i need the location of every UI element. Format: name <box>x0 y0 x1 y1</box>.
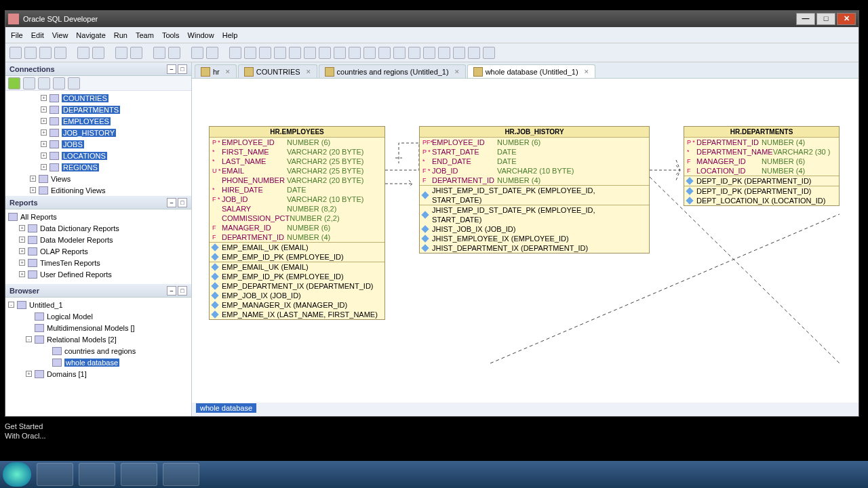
expand-icon[interactable]: + <box>19 271 25 277</box>
tree-item[interactable]: Editioning Views <box>51 186 106 195</box>
toolbar-button[interactable] <box>319 47 331 59</box>
browser-tree[interactable]: -Untitled_1Logical ModelMultidimensional… <box>5 298 191 416</box>
expand-icon[interactable]: + <box>41 95 47 101</box>
tree-table-employees[interactable]: EMPLOYEES <box>62 117 111 125</box>
expand-icon[interactable]: + <box>19 237 25 243</box>
tree-item[interactable]: countries and regions <box>64 347 136 355</box>
toolbar-button[interactable] <box>349 47 361 59</box>
toolbar-button[interactable] <box>468 47 480 59</box>
toolbar-button[interactable] <box>334 47 346 59</box>
menu-help[interactable]: Help <box>222 31 238 39</box>
menu-view[interactable]: View <box>52 31 68 39</box>
tree-item[interactable]: Data Modeler Reports <box>40 236 113 244</box>
panel-min-icon[interactable]: – <box>167 198 176 207</box>
toolbar-button[interactable] <box>115 47 127 59</box>
taskbar-chrome[interactable] <box>37 463 73 486</box>
diagram-bottom-tab[interactable]: whole database <box>192 403 859 416</box>
toolbar-button[interactable] <box>38 77 50 89</box>
close-tab-icon[interactable]: ✕ <box>584 68 589 75</box>
toolbar-button[interactable] <box>206 47 218 59</box>
close-tab-icon[interactable]: ✕ <box>225 68 231 75</box>
panel-min-icon[interactable]: – <box>167 286 176 296</box>
maximize-button[interactable]: □ <box>816 13 835 25</box>
tree-item[interactable]: Relational Models [2] <box>47 336 117 344</box>
windows-taskbar[interactable] <box>0 461 868 488</box>
menu-edit[interactable]: Edit <box>31 31 44 39</box>
tree-table-departments[interactable]: DEPARTMENTS <box>62 106 120 114</box>
menu-file[interactable]: File <box>11 31 23 39</box>
toolbar-button[interactable] <box>77 47 90 59</box>
toolbar-button[interactable] <box>168 47 180 59</box>
panel-max-icon[interactable]: □ <box>178 286 187 296</box>
connections-panel-header[interactable]: Connections – □ <box>5 62 191 76</box>
expand-icon[interactable]: + <box>41 141 47 147</box>
toolbar-button[interactable] <box>23 77 35 89</box>
tree-item[interactable]: Views <box>51 175 71 183</box>
tab[interactable]: hr✕ <box>195 64 237 78</box>
menu-run[interactable]: Run <box>114 31 127 39</box>
expand-icon[interactable]: - <box>8 302 14 308</box>
toolbar-button[interactable] <box>24 47 37 59</box>
tree-item[interactable]: All Reports <box>20 213 57 221</box>
titlebar[interactable]: Oracle SQL Developer — □ ✕ <box>5 11 859 27</box>
new-connection-button[interactable] <box>8 77 20 89</box>
expand-icon[interactable]: + <box>41 129 47 136</box>
toolbar-button[interactable] <box>423 47 435 59</box>
menu-window[interactable]: Window <box>188 31 214 39</box>
toolbar-button[interactable] <box>453 47 465 59</box>
toolbar-button[interactable] <box>92 47 104 59</box>
menu-team[interactable]: Team <box>136 31 154 39</box>
expand-icon[interactable]: + <box>19 225 25 231</box>
tree-table-regions[interactable]: REGIONS <box>62 163 99 171</box>
filter-button[interactable] <box>53 77 65 89</box>
start-button[interactable] <box>3 462 31 487</box>
tree-table-jobs[interactable]: JOBS <box>62 140 84 148</box>
tree-item[interactable]: Multidimensional Models [] <box>47 324 135 332</box>
tree-item[interactable]: Data Dictionary Reports <box>40 224 119 232</box>
diagram-canvas[interactable]: HR.EMPLOYEESP *EMPLOYEE_IDNUMBER (6)*FIR… <box>192 79 859 403</box>
toolbar-button[interactable] <box>191 47 203 59</box>
expand-icon[interactable]: + <box>30 187 36 193</box>
toolbar-button[interactable] <box>68 77 80 89</box>
toolbar-button[interactable] <box>153 47 165 59</box>
expand-icon[interactable]: + <box>41 118 47 124</box>
tab[interactable]: COUNTRIES✕ <box>238 64 317 78</box>
toolbar-button[interactable] <box>39 47 52 59</box>
toolbar-button[interactable] <box>229 47 241 59</box>
toolbar-button[interactable] <box>54 47 66 59</box>
expand-icon[interactable]: + <box>41 152 47 159</box>
entity-table[interactable]: HR.EMPLOYEESP *EMPLOYEE_IDNUMBER (6)*FIR… <box>209 126 385 320</box>
expand-icon[interactable]: + <box>41 106 47 113</box>
reports-panel-header[interactable]: Reports – □ <box>5 196 191 209</box>
tab[interactable]: whole database (Untitled_1)✕ <box>467 64 595 78</box>
tree-table-countries[interactable]: COUNTRIES <box>62 94 108 102</box>
close-tab-icon[interactable]: ✕ <box>454 68 460 75</box>
tree-item[interactable]: Logical Model <box>47 312 93 321</box>
toolbar-button[interactable] <box>274 47 286 59</box>
menu-navigate[interactable]: Navigate <box>76 31 105 39</box>
connections-tree[interactable]: +COUNTRIES+DEPARTMENTS+EMPLOYEES+JOB_HIS… <box>5 91 191 196</box>
expand-icon[interactable]: + <box>26 371 32 377</box>
tree-item[interactable]: User Defined Reports <box>40 270 112 279</box>
tree-item[interactable]: OLAP Reports <box>40 247 88 256</box>
tree-item[interactable]: Untitled_1 <box>29 301 63 309</box>
expand-icon[interactable]: + <box>19 260 25 266</box>
toolbar-button[interactable] <box>9 47 22 59</box>
expand-icon[interactable]: + <box>30 176 36 182</box>
toolbar-button[interactable] <box>408 47 420 59</box>
panel-min-icon[interactable]: – <box>167 64 176 74</box>
taskbar-media[interactable] <box>121 463 157 486</box>
reports-tree[interactable]: All Reports+Data Dictionary Reports+Data… <box>5 209 191 284</box>
tree-item[interactable]: whole database <box>64 359 119 367</box>
expand-icon[interactable]: + <box>19 248 25 254</box>
toolbar-button[interactable] <box>363 47 376 59</box>
tree-item[interactable]: Domains [1] <box>47 370 87 378</box>
tree-table-job_history[interactable]: JOB_HISTORY <box>62 129 116 137</box>
toolbar-button[interactable] <box>393 47 406 59</box>
toolbar-button[interactable] <box>483 47 495 59</box>
tab[interactable]: countries and regions (Untitled_1)✕ <box>319 64 466 78</box>
tree-item[interactable]: TimesTen Reports <box>40 259 100 267</box>
toolbar-button[interactable] <box>304 47 316 59</box>
expand-icon[interactable]: + <box>41 164 47 170</box>
panel-max-icon[interactable]: □ <box>178 64 187 74</box>
